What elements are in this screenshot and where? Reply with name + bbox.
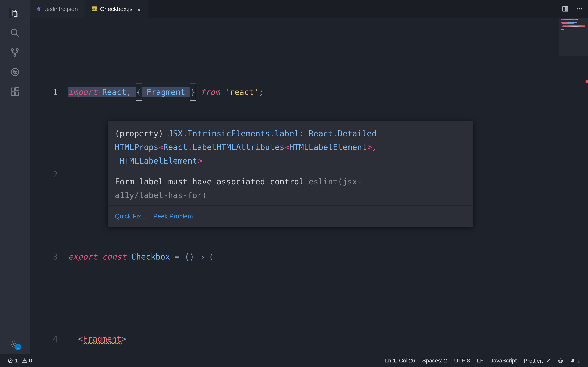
code-line: 1 import React, { Fragment } from 'react… xyxy=(30,83,588,101)
status-errors[interactable]: 1 0 xyxy=(4,357,36,364)
debug-disabled-icon[interactable] xyxy=(10,67,20,77)
tab-label: Checkbox.js xyxy=(100,6,132,12)
line-number: 2 xyxy=(30,166,68,183)
svg-rect-10 xyxy=(16,88,19,91)
close-icon[interactable] xyxy=(137,7,141,11)
svg-point-27 xyxy=(559,359,563,363)
manage-gear-icon[interactable]: 1 xyxy=(10,339,20,349)
status-prettier[interactable]: Prettier: xyxy=(520,357,554,364)
svg-marker-13 xyxy=(38,8,40,10)
quick-fix-link[interactable]: Quick Fix... xyxy=(115,209,146,223)
svg-point-21 xyxy=(581,8,582,10)
code-line: 4 <Fragment> xyxy=(30,331,588,347)
editor-actions xyxy=(562,0,588,18)
svg-point-20 xyxy=(579,8,580,10)
svg-point-4 xyxy=(14,54,16,56)
source-control-icon[interactable] xyxy=(10,48,20,57)
line-number: 1 xyxy=(30,83,68,100)
svg-point-3 xyxy=(16,49,18,50)
explorer-icon[interactable] xyxy=(10,8,19,18)
hover-tooltip: (property) JSX.IntrinsicElements.label: … xyxy=(108,121,473,227)
line-number: 3 xyxy=(30,249,68,265)
bell-icon xyxy=(570,358,575,363)
status-eol[interactable]: LF xyxy=(474,357,487,364)
tab-label: .eslintrc.json xyxy=(45,6,78,12)
settings-badge: 1 xyxy=(15,344,21,350)
split-editor-icon[interactable] xyxy=(562,5,569,13)
svg-line-1 xyxy=(16,34,18,36)
status-cursor-position[interactable]: Ln 1, Col 26 xyxy=(381,357,419,364)
svg-point-0 xyxy=(11,29,17,35)
svg-rect-18 xyxy=(565,7,568,11)
peek-problem-link[interactable]: Peek Problem xyxy=(153,209,193,223)
svg-point-19 xyxy=(577,8,578,10)
eslint-icon xyxy=(37,7,42,11)
minimap[interactable] xyxy=(559,18,588,354)
status-encoding[interactable]: UTF-8 xyxy=(451,357,474,364)
status-bar: 1 0 Ln 1, Col 26 Spaces: 2 UTF-8 LF Java… xyxy=(0,354,588,367)
editor-tabs: .eslintrc.json JS Checkbox.js xyxy=(30,0,588,18)
svg-point-26 xyxy=(25,362,25,362)
line-number: 4 xyxy=(30,331,68,347)
svg-point-2 xyxy=(11,49,13,50)
search-icon[interactable] xyxy=(10,28,20,38)
more-actions-icon[interactable] xyxy=(575,5,583,13)
status-feedback[interactable] xyxy=(554,358,567,363)
hover-signature: (property) JSX.IntrinsicElements.label: … xyxy=(115,125,466,170)
svg-point-28 xyxy=(560,360,560,360)
hover-eslint-message: Form label must have associated control … xyxy=(115,173,466,204)
svg-rect-8 xyxy=(11,92,15,95)
svg-rect-7 xyxy=(11,88,15,91)
code-editor[interactable]: 1 import React, { Fragment } from 'react… xyxy=(30,18,588,354)
status-language-mode[interactable]: JavaScript xyxy=(487,357,520,364)
minimap-error-marker[interactable] xyxy=(586,80,588,83)
tab-checkbox-js[interactable]: JS Checkbox.js xyxy=(85,0,148,18)
smiley-icon xyxy=(558,358,563,363)
activity-bar: 1 xyxy=(0,0,30,354)
extensions-icon[interactable] xyxy=(10,87,20,96)
js-icon: JS xyxy=(92,7,97,11)
code-line: 3 export const Checkbox = () ⇒ ( xyxy=(30,249,588,265)
status-indentation[interactable]: Spaces: 2 xyxy=(419,357,451,364)
svg-rect-9 xyxy=(15,92,18,95)
error-icon xyxy=(8,358,13,363)
tab-eslintrc[interactable]: .eslintrc.json xyxy=(30,0,85,18)
status-notifications[interactable]: 1 xyxy=(567,357,584,364)
warning-icon xyxy=(22,358,27,363)
svg-point-29 xyxy=(561,360,562,360)
